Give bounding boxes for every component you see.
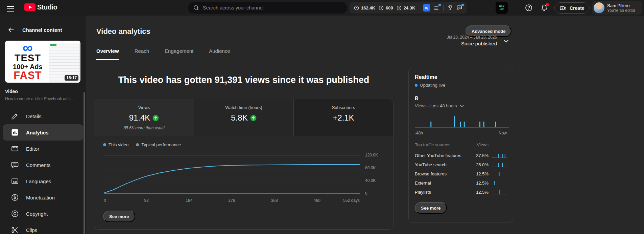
chart-legend: This video Typical performance [103,142,181,147]
trend-up-icon [152,115,159,121]
editor-icon [11,145,19,153]
realtime-bar-chart [415,114,509,129]
scissors-icon [11,226,19,234]
user-name: Sam Piliero [607,3,635,8]
video-title: How to create a killer Facebook ad t... [5,97,81,101]
key-metrics: Views 91.4K 85.6K more than usual Watch … [94,99,393,136]
sidebar-item-details[interactable]: Details [3,108,83,124]
updating-live: Updating live [415,83,507,88]
search-bar[interactable] [188,2,347,14]
back-label: Channel content [22,27,62,33]
chevron-down-icon [459,103,464,108]
youtube-play-icon [24,3,35,11]
video-thumbnail: ∞ TEST 100+ Ads FAST 15:17 [5,41,80,83]
watch-time-stat: 162.4K [354,5,375,11]
views-headline: This video has gotten 91,391 views since… [94,75,393,85]
tab-reach[interactable]: Reach [135,48,149,60]
notifications-button[interactable] [540,4,548,12]
divider [443,5,444,11]
youtube-studio-app: Studio 162.4K 609 24.3K IQ [0,0,644,234]
traffic-row: YouTube search 25.0% [415,160,507,169]
traffic-row: Playlists 12.5% [415,188,507,197]
x-tick: 552 days [343,198,360,203]
subtitles-icon [11,177,19,185]
traffic-row: Browse features 12.5% [415,169,507,178]
x-tick: 92 [144,198,149,203]
trophy-icon[interactable] [447,5,453,11]
bar-chart-icon [11,128,19,136]
tab-audience[interactable]: Audience [209,48,230,60]
realtime-see-more-button[interactable]: See more [415,202,447,214]
pencil-icon [11,112,19,120]
traffic-sparkline [492,190,507,195]
sidebar-item-editor[interactable]: Editor [3,141,83,157]
realtime-title: Realtime [415,74,507,80]
video-section-label: Video [5,89,18,94]
y-tick: 120.0K [365,153,378,157]
list-menu-button[interactable] [433,5,439,11]
studio-wordmark: Studio [37,3,57,11]
menu-icon[interactable] [7,4,14,11]
x-tick: 460 [314,198,320,203]
see-more-button[interactable]: See more [103,211,135,222]
sidebar-item-copyright[interactable]: Copyright [3,206,83,222]
x-tick: 368 [271,198,278,203]
sidebar-item-analytics[interactable]: Analytics [3,124,83,141]
x-tick: 184 [186,198,192,203]
sidebar-item-comments[interactable]: Comments [3,157,83,173]
notification-dot [438,4,441,6]
metric-subscribers[interactable]: Subscribers +2.1K [293,99,393,136]
sidebar: Channel content ∞ TEST 100+ Ads FAST 15:… [0,16,86,234]
metric-views[interactable]: Views 91.4K 85.6K more than usual [94,99,194,136]
create-button[interactable]: Create [554,2,590,14]
legend-dot-blue [103,143,106,146]
legend-this-video[interactable]: This video [103,142,128,147]
eye-icon [378,5,384,11]
legend-typical-performance[interactable]: Typical performance [136,142,181,147]
nexlev-extension-icon[interactable]: nexlev [496,2,508,14]
sidebar-scrollbar[interactable] [84,92,85,234]
back-to-channel-content[interactable]: Channel content [0,25,86,34]
sidebar-item-monetization[interactable]: Monetization [3,189,83,206]
analytics-tabs: Overview Reach Engagement Audience [96,48,230,60]
search-input[interactable] [203,5,342,10]
views-chart-plot [104,150,360,201]
tab-engagement[interactable]: Engagement [165,48,193,60]
sidebar-nav: Details Analytics Editor Comments Langua… [0,108,86,234]
search-icon [193,4,199,11]
user-role: You're an editor [607,8,635,13]
studio-logo[interactable]: Studio [24,3,57,11]
page-title: Video analytics [96,27,150,36]
legend-dot-gray [136,143,139,146]
sidebar-item-clips[interactable]: Clips [3,222,83,234]
metric-watch-time[interactable]: Watch time (hours) 5.8K [194,99,293,136]
subs-stat: 24.3K [396,5,415,11]
comment-icon [11,161,19,169]
tab-overview[interactable]: Overview [96,48,119,60]
views-line-chart [104,150,360,201]
chat-button[interactable] [456,5,462,11]
traffic-row: Other YouTube features 37.5% [415,151,507,160]
traffic-table-header: Top traffic sources Views [415,142,507,147]
sidebar-item-languages[interactable]: Languages [3,173,83,189]
realtime-view-count: 8 [415,95,507,102]
vidiq-icon[interactable]: IQ [423,4,430,12]
y-tick: 40.0K [365,178,376,183]
divider [419,5,419,11]
help-icon[interactable] [525,4,533,12]
y-tick: 80.0K [365,166,376,170]
trend-up-icon [250,115,257,121]
notification-badge [546,3,549,6]
eye-icon [396,5,402,11]
views-stat: 609 [378,5,393,11]
meta-logo: ∞ [23,43,33,53]
account-menu[interactable]: Sam Piliero You're an editor [592,1,642,15]
notification-dot [461,4,464,6]
realtime-axis: -48h Now [415,131,507,135]
date-range-picker[interactable]: Jul 28, 2024 – Jan 28, 2026 Since publis… [447,35,510,47]
extension-stats-pill[interactable]: 162.4K 609 24.3K IQ [350,2,467,14]
duration-badge: 15:17 [65,75,78,81]
realtime-metric-selector[interactable]: Views · Last 48 hours [415,103,507,108]
topbar: Studio 162.4K 609 24.3K IQ [0,0,644,16]
x-axis-labels: 0 92 184 276 368 460 552 days [104,198,360,204]
